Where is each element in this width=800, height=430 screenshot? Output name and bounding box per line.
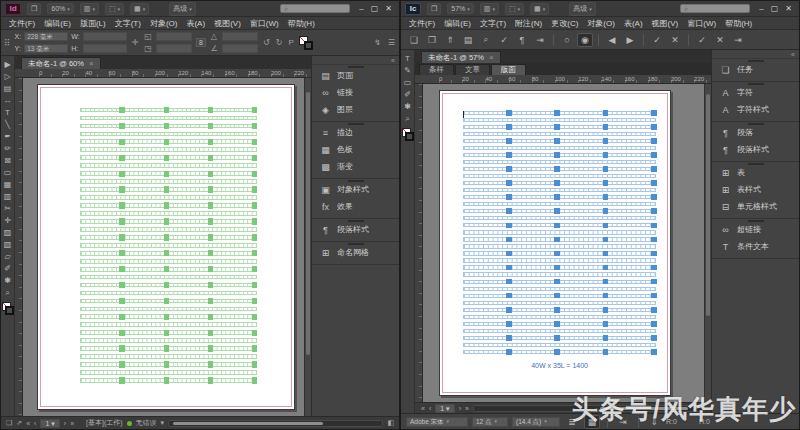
view-options-icon[interactable]: ▥▾ xyxy=(480,3,499,15)
arrange-documents-icon[interactable]: ▦▾ xyxy=(130,3,149,15)
frame-grid[interactable] xyxy=(463,111,656,357)
w-field[interactable] xyxy=(83,32,127,41)
panel-item-段落[interactable]: ¶段落 xyxy=(712,124,799,141)
panel-item-效果[interactable]: fx效果 xyxy=(312,198,399,215)
power-icon[interactable]: ○ xyxy=(559,33,575,47)
prev-change-icon[interactable]: ◀ xyxy=(604,33,620,47)
menu-item[interactable]: 窗口(W) xyxy=(683,18,720,29)
export-icon[interactable]: ⇑ xyxy=(442,33,458,47)
panel-item-图层[interactable]: ◈图层 xyxy=(312,101,399,118)
rotate-cw-icon[interactable]: ↻ xyxy=(275,38,284,47)
view-options-icon[interactable]: ▥▾ xyxy=(80,3,99,15)
gap-tool[interactable]: ↔ xyxy=(2,95,14,106)
view-tab-文章[interactable]: 文章 xyxy=(455,64,490,75)
panel-item-渐变[interactable]: ▩渐变 xyxy=(312,158,399,175)
insert-icon[interactable]: ⇥ xyxy=(615,415,631,429)
shear-field[interactable] xyxy=(222,44,258,53)
zoom-level-dropdown[interactable]: 57%▾ xyxy=(447,3,474,14)
note-tool[interactable]: ✎ xyxy=(402,65,414,76)
panel-item-超链接[interactable]: ∞超链接 xyxy=(712,221,799,238)
page-number-field[interactable]: 1 ▾ xyxy=(40,419,59,428)
panel-item-段落样式[interactable]: ¶段落样式 xyxy=(712,141,799,158)
grid-view-icon[interactable]: ▦ xyxy=(584,415,600,429)
zoom-level-dropdown[interactable]: 60%▾ xyxy=(47,3,74,14)
frame-tool[interactable]: ⊠ xyxy=(2,155,14,166)
position-icon[interactable]: P xyxy=(287,38,294,47)
minimize-button[interactable]: – xyxy=(759,4,763,13)
spellcheck-icon[interactable]: ✓ xyxy=(496,33,512,47)
menu-item[interactable]: 编辑(E) xyxy=(40,18,75,29)
eyedropper-tool[interactable]: ✐ xyxy=(402,89,414,100)
note-tool[interactable]: ▱ xyxy=(2,251,14,262)
next-change-icon[interactable]: ▶ xyxy=(622,33,638,47)
print-icon[interactable]: ▤ xyxy=(460,33,476,47)
link-scale-icon[interactable]: 8 xyxy=(196,38,206,47)
line-tool[interactable]: ╲ xyxy=(2,119,14,130)
maximize-button[interactable]: ▢ xyxy=(771,4,779,13)
bridge-icon[interactable]: ❐ xyxy=(27,3,41,15)
gradient-feather-tool[interactable]: ▧ xyxy=(2,239,14,250)
zoom-tool[interactable]: ⌕ xyxy=(2,287,14,298)
prev-page-icon[interactable]: ‹ xyxy=(429,405,431,412)
panel-item-表样式[interactable]: ⊞表样式 xyxy=(712,181,799,198)
scrollbar-thumb[interactable] xyxy=(306,92,310,356)
preflight-profile[interactable]: [基本](工作) xyxy=(86,418,123,428)
menu-item[interactable]: 帮助(H) xyxy=(284,18,319,29)
document-page[interactable] xyxy=(37,84,295,410)
x-field[interactable]: 228 毫米 xyxy=(24,32,68,41)
vertical-grid-tool[interactable]: ▥ xyxy=(2,191,14,202)
scrollbar-thumb[interactable] xyxy=(600,407,687,410)
menu-item[interactable]: 对象(O) xyxy=(583,18,619,29)
selection-tool[interactable]: ▶ xyxy=(2,59,14,70)
panel-item-单元格样式[interactable]: ⊟单元格样式 xyxy=(712,198,799,215)
document-tab[interactable]: 未命名-1 @ 60% × xyxy=(21,57,101,69)
collapse-dock-icon[interactable]: « xyxy=(391,57,395,64)
panel-item-段落样式[interactable]: ¶段落样式 xyxy=(312,221,399,238)
hand-tool[interactable]: ✱ xyxy=(2,275,14,286)
panel-item-描边[interactable]: ≡描边 xyxy=(312,124,399,141)
page-tool[interactable]: ▤ xyxy=(2,83,14,94)
note-icon[interactable]: ¶ xyxy=(514,33,530,47)
notes-mode-icon[interactable]: ⇥ xyxy=(730,33,746,47)
panel-item-链接[interactable]: ∞链接 xyxy=(312,84,399,101)
frame-tool[interactable]: ▭ xyxy=(402,77,414,88)
panel-item-任务[interactable]: ❏任务 xyxy=(712,61,799,78)
new-doc-icon[interactable]: ❏ xyxy=(406,33,422,47)
fill-stroke-swatches[interactable] xyxy=(2,302,14,315)
panel-item-字符[interactable]: A字符 xyxy=(712,84,799,101)
type-tool[interactable]: T xyxy=(402,53,414,64)
fill-stroke-swatches[interactable] xyxy=(402,128,414,141)
find-icon[interactable]: ⌕ xyxy=(478,33,494,47)
menu-item[interactable]: 对象(O) xyxy=(146,18,182,29)
last-page-icon[interactable]: » xyxy=(465,405,469,412)
reject-all-icon[interactable]: ✕ xyxy=(712,33,728,47)
last-page-icon[interactable]: » xyxy=(70,420,74,427)
scale-y-field[interactable] xyxy=(156,44,192,53)
workspace-switcher[interactable]: 高级▾ xyxy=(569,2,596,16)
preflight-menu-icon[interactable]: ▾ xyxy=(161,419,165,427)
vertical-scrollbar[interactable] xyxy=(704,84,711,402)
collapse-dock-icon[interactable]: « xyxy=(791,51,795,58)
rotate-ccw-icon[interactable]: ↺ xyxy=(262,38,271,47)
first-page-icon[interactable]: « xyxy=(421,405,425,412)
menu-item[interactable]: 版面(L) xyxy=(76,18,110,29)
screen-mode-icon[interactable]: ⬚▾ xyxy=(105,3,124,15)
stroke-swatch[interactable] xyxy=(405,132,414,141)
horizontal-grid-tool[interactable]: ▦ xyxy=(2,179,14,190)
zoom-tool[interactable]: ⌕ xyxy=(402,113,414,124)
track-changes-icon[interactable]: ◉ xyxy=(577,33,593,47)
arrange-documents-icon[interactable]: ▦▾ xyxy=(530,3,549,15)
horizontal-scrollbar[interactable] xyxy=(473,405,705,412)
prev-page-icon[interactable]: ‹ xyxy=(34,420,36,427)
menu-item[interactable]: 表(A) xyxy=(620,18,647,29)
minimize-button[interactable]: – xyxy=(359,4,363,13)
panel-menu-icon[interactable]: ☰ xyxy=(387,38,396,47)
rectangle-tool[interactable]: ▭ xyxy=(2,167,14,178)
page-export-icon[interactable]: ❏ xyxy=(6,419,12,427)
leading-dropdown[interactable]: (14.4 点)▾ xyxy=(512,417,560,427)
search-input[interactable]: ⌕ xyxy=(680,4,750,13)
align-options-icon[interactable]: ≣ xyxy=(564,415,580,429)
stroke-swatch[interactable] xyxy=(304,41,313,50)
reject-change-icon[interactable]: ✕ xyxy=(667,33,683,47)
reference-point-icon[interactable]: ⠿ xyxy=(4,39,11,47)
